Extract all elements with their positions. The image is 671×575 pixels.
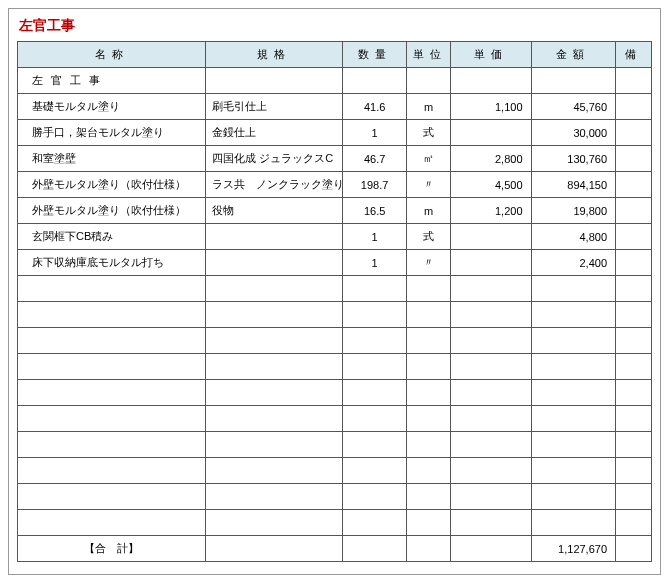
cell-unit: m [406,94,450,120]
header-qty: 数量 [343,42,406,68]
empty-cell [451,68,531,94]
cell-spec: 金鏝仕上 [206,120,343,146]
empty-cell [206,68,343,94]
cell-name: 外壁モルタル塗り（吹付仕様） [18,198,206,224]
empty-cell [616,276,652,302]
cell-note [616,172,652,198]
cell-unit: ㎡ [406,146,450,172]
cell-name: 和室塗壁 [18,146,206,172]
empty-cell [616,432,652,458]
empty-cell [18,354,206,380]
empty-row [18,510,652,536]
empty-cell [406,484,450,510]
header-uprice: 単価 [451,42,531,68]
cell-spec [206,224,343,250]
empty-cell [206,380,343,406]
empty-cell [343,276,406,302]
empty-cell [616,458,652,484]
empty-cell [451,510,531,536]
empty-cell [343,406,406,432]
table-row: 外壁モルタル塗り（吹付仕様）ラス共 ノンクラック塗り198.7〃4,500894… [18,172,652,198]
cell-note [616,94,652,120]
empty-cell [406,354,450,380]
empty-cell [343,484,406,510]
cell-qty: 16.5 [343,198,406,224]
empty-row [18,406,652,432]
cell-spec [206,250,343,276]
empty-cell [206,302,343,328]
empty-cell [531,432,616,458]
cell-unit: 〃 [406,250,450,276]
empty-row [18,432,652,458]
empty-cell [343,68,406,94]
empty-cell [451,484,531,510]
empty-cell [343,354,406,380]
empty-cell [406,276,450,302]
empty-cell [406,458,450,484]
header-name: 名称 [18,42,206,68]
empty-cell [18,458,206,484]
empty-row [18,328,652,354]
empty-cell [206,536,343,562]
empty-cell [531,68,616,94]
cell-qty: 198.7 [343,172,406,198]
empty-cell [451,380,531,406]
cell-uprice: 1,200 [451,198,531,224]
cell-spec: 刷毛引仕上 [206,94,343,120]
empty-cell [451,276,531,302]
cell-amount: 4,800 [531,224,616,250]
empty-cell [531,380,616,406]
empty-cell [206,354,343,380]
empty-cell [18,484,206,510]
empty-cell [531,354,616,380]
empty-cell [206,458,343,484]
header-note: 備 [616,42,652,68]
empty-cell [343,302,406,328]
table-row: 勝手口，架台モルタル塗り金鏝仕上1式30,000 [18,120,652,146]
cell-amount: 19,800 [531,198,616,224]
empty-cell [406,536,450,562]
cell-spec: 役物 [206,198,343,224]
empty-cell [531,302,616,328]
cell-uprice [451,120,531,146]
empty-cell [406,380,450,406]
empty-cell [451,432,531,458]
cell-name: 外壁モルタル塗り（吹付仕様） [18,172,206,198]
empty-cell [206,276,343,302]
cell-unit: 式 [406,224,450,250]
section-heading: 左官工事 [18,68,206,94]
cell-qty: 1 [343,120,406,146]
empty-row [18,276,652,302]
cell-qty: 1 [343,224,406,250]
cell-note [616,198,652,224]
empty-cell [616,68,652,94]
empty-cell [616,406,652,432]
empty-cell [18,432,206,458]
cell-amount: 2,400 [531,250,616,276]
empty-cell [343,432,406,458]
empty-cell [18,406,206,432]
empty-cell [616,354,652,380]
empty-cell [206,406,343,432]
empty-cell [616,380,652,406]
cell-amount: 130,760 [531,146,616,172]
empty-cell [451,354,531,380]
empty-cell [531,328,616,354]
cell-name: 基礎モルタル塗り [18,94,206,120]
empty-cell [206,432,343,458]
header-unit: 単位 [406,42,450,68]
cell-amount: 45,760 [531,94,616,120]
empty-cell [451,328,531,354]
empty-cell [343,510,406,536]
empty-cell [531,276,616,302]
header-spec: 規格 [206,42,343,68]
empty-cell [616,536,652,562]
table-row: 和室塗壁四国化成 ジュラックスC46.7㎡2,800130,760 [18,146,652,172]
empty-cell [406,328,450,354]
empty-cell [451,458,531,484]
cell-spec: 四国化成 ジュラックスC [206,146,343,172]
empty-row [18,354,652,380]
cell-note [616,250,652,276]
empty-cell [531,458,616,484]
cell-qty: 46.7 [343,146,406,172]
